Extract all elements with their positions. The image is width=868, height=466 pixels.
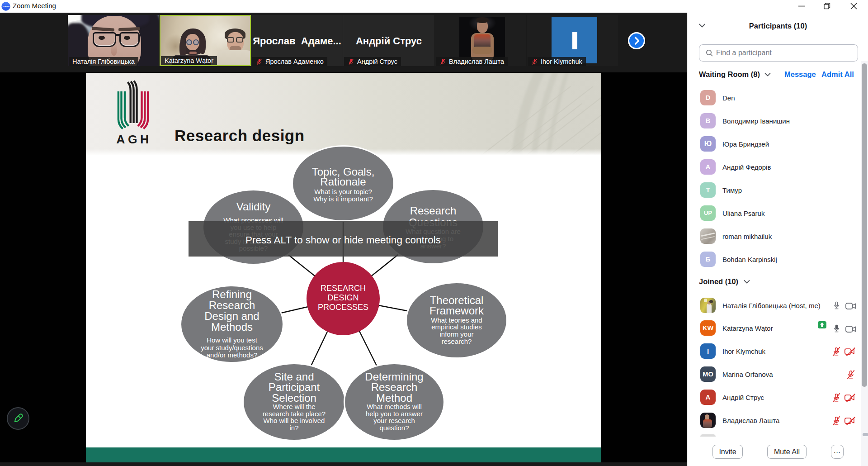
svg-text:zoom: zoom [2,5,9,8]
